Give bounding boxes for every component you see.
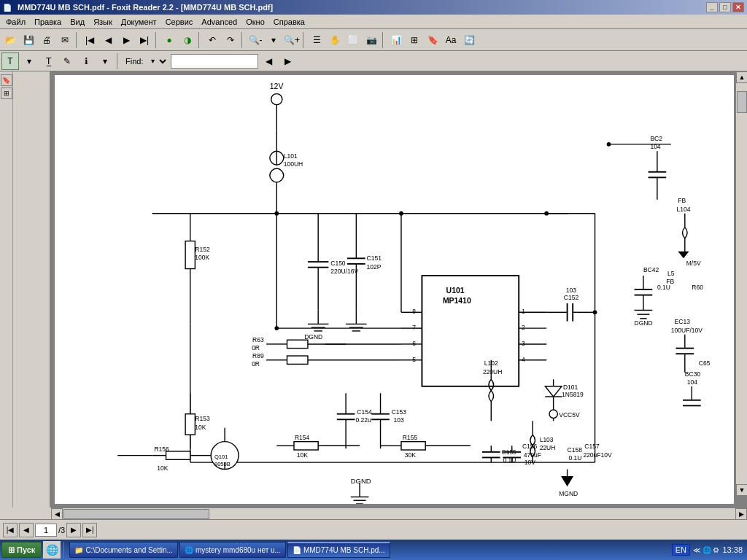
- menu-edit[interactable]: Правка: [30, 16, 66, 28]
- svg-text:220UH: 220UH: [483, 368, 503, 376]
- snapshot-tool[interactable]: 📷: [363, 31, 380, 49]
- save-button[interactable]: 💾: [20, 31, 37, 49]
- zoom-dropdown[interactable]: ▾: [265, 31, 282, 49]
- taskbar-right: EN ≪ 🌐 ⚙ 13:38: [672, 544, 746, 556]
- horizontal-scrollbar[interactable]: ◀ ▶: [51, 508, 747, 519]
- find-sep: [117, 53, 120, 69]
- play-button[interactable]: ▶: [117, 31, 135, 49]
- taskbar-item-browser-label: mystery mmd680u нет u...: [196, 546, 281, 554]
- menu-document[interactable]: Документ: [117, 16, 161, 28]
- layers-button[interactable]: ⊞: [406, 31, 423, 49]
- svg-rect-62: [287, 340, 308, 348]
- svg-text:C156: C156: [522, 443, 538, 450]
- menu-file[interactable]: Файл: [1, 16, 30, 28]
- svg-text:0.1U: 0.1U: [568, 454, 581, 462]
- svg-text:4: 4: [522, 356, 525, 363]
- svg-text:C152: C152: [564, 294, 579, 301]
- info-dropdown[interactable]: ▾: [96, 52, 114, 70]
- svg-point-79: [593, 310, 597, 314]
- refresh-button[interactable]: 🔄: [460, 31, 478, 49]
- svg-text:0R: 0R: [252, 344, 260, 351]
- nav-last-button[interactable]: ▶|: [82, 523, 97, 537]
- svg-text:L101: L101: [284, 152, 298, 160]
- find-prev-button[interactable]: ◀: [260, 52, 277, 70]
- taskbar-ie-icon[interactable]: 🌐: [43, 541, 61, 559]
- language-indicator[interactable]: EN: [672, 544, 690, 556]
- fit-width-green[interactable]: ◑: [179, 31, 196, 49]
- fit-page-green[interactable]: ●: [160, 31, 178, 49]
- svg-rect-116: [401, 442, 425, 450]
- clock: 13:38: [722, 545, 743, 554]
- page-number-input[interactable]: [35, 524, 57, 537]
- scroll-down-button[interactable]: ▼: [736, 484, 747, 496]
- scroll-right-button[interactable]: ▶: [735, 508, 747, 520]
- print-button[interactable]: 🖨: [38, 31, 55, 49]
- scroll-up-button[interactable]: ▲: [736, 71, 747, 83]
- marquee-tool[interactable]: ⬜: [344, 31, 362, 49]
- chart-button[interactable]: 📊: [387, 31, 405, 49]
- annot-tool[interactable]: T̲: [39, 52, 57, 70]
- scroll-left-button[interactable]: ◀: [51, 508, 63, 520]
- menu-help[interactable]: Справка: [269, 16, 309, 28]
- info-button[interactable]: ℹ: [77, 52, 95, 70]
- taskbar-item-browser[interactable]: 🌐 mystery mmd680u нет u...: [179, 542, 286, 558]
- first-page-button[interactable]: |◀: [81, 31, 98, 49]
- vertical-scrollbar[interactable]: ▲ ▼: [735, 71, 747, 496]
- select-text-tool[interactable]: T: [1, 52, 19, 70]
- rotate-left-button[interactable]: ↶: [204, 31, 221, 49]
- zoom-in-button[interactable]: 🔍+: [283, 31, 301, 49]
- thumbs-tab[interactable]: ⊞: [1, 88, 12, 99]
- svg-text:100UF/10V: 100UF/10V: [671, 327, 703, 334]
- select-tool[interactable]: ☰: [308, 31, 325, 49]
- taskbar: ⊞ Пуск 🌐 📁 C:\Documents and Settin... 🌐 …: [0, 540, 747, 560]
- menu-window[interactable]: Окно: [241, 16, 269, 28]
- svg-rect-37: [422, 276, 519, 386]
- svg-text:U101: U101: [446, 287, 465, 295]
- svg-text:2: 2: [522, 324, 525, 331]
- taskbar-item-pdf[interactable]: 📄 MMD774U MB SCH.pd...: [287, 542, 390, 558]
- nav-prev-button[interactable]: ◀: [19, 523, 34, 537]
- menu-bar: Файл Правка Вид Язык Документ Сервис Adv…: [0, 15, 747, 29]
- rotate-right-button[interactable]: ↷: [222, 31, 239, 49]
- zoom-out-button[interactable]: 🔍-: [247, 31, 264, 49]
- svg-text:12V: 12V: [270, 82, 284, 90]
- open-button[interactable]: 📂: [1, 31, 19, 49]
- nav-next-button[interactable]: ▶: [66, 523, 81, 537]
- find-type-dropdown[interactable]: ▾: [147, 54, 169, 69]
- svg-text:C151: C151: [367, 254, 382, 262]
- svg-text:1: 1: [522, 308, 525, 315]
- bookmark-button[interactable]: 🔖: [424, 31, 441, 49]
- svg-text:470uF: 470uF: [524, 451, 541, 459]
- prev-page-button[interactable]: ◀: [99, 31, 117, 49]
- note-tool[interactable]: ✎: [58, 52, 76, 70]
- find-next-button[interactable]: ▶: [279, 52, 296, 70]
- maximize-button[interactable]: □: [719, 2, 731, 12]
- folder-icon: 📁: [74, 546, 83, 554]
- find-input[interactable]: [171, 54, 258, 69]
- typewriter-dropdown[interactable]: ▾: [20, 52, 38, 70]
- svg-point-134: [549, 410, 557, 418]
- svg-text:R63: R63: [252, 336, 264, 343]
- svg-text:3: 3: [522, 340, 525, 347]
- hand-tool[interactable]: ✋: [326, 31, 344, 49]
- menu-service[interactable]: Сервис: [161, 16, 198, 28]
- last-page-button[interactable]: ▶|: [136, 31, 153, 49]
- close-button[interactable]: ✕: [732, 2, 744, 12]
- nav-first-button[interactable]: |◀: [3, 523, 18, 537]
- text-button[interactable]: Aa: [442, 31, 460, 49]
- menu-view[interactable]: Вид: [66, 16, 89, 28]
- taskbar-item-explorer-label: C:\Documents and Settin...: [85, 546, 173, 554]
- minimize-button[interactable]: _: [706, 2, 718, 12]
- email-button[interactable]: ✉: [56, 31, 74, 49]
- svg-text:MGND: MGND: [559, 490, 578, 497]
- title-bar: 📄 MMD774U MB SCH.pdf - Foxit Reader 2.2 …: [0, 0, 747, 15]
- taskbar-item-explorer[interactable]: 📁 C:\Documents and Settin...: [69, 542, 178, 558]
- start-button[interactable]: ⊞ Пуск: [1, 542, 42, 558]
- circuit-diagram: 12V L101 100UH: [55, 75, 734, 504]
- toolbar-sep-3: [198, 32, 201, 48]
- bookmarks-tab[interactable]: 🔖: [1, 74, 12, 86]
- menu-advanced[interactable]: Advanced: [197, 16, 241, 28]
- svg-text:BC30: BC30: [685, 370, 701, 378]
- menu-language[interactable]: Язык: [89, 16, 117, 28]
- svg-text:Q101: Q101: [214, 454, 228, 460]
